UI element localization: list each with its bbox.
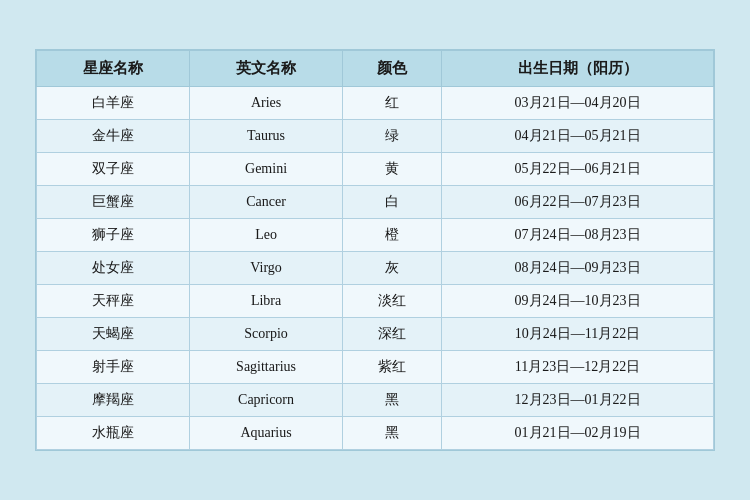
table-row: 天秤座Libra淡红09月24日—10月23日	[37, 285, 714, 318]
cell-chinese: 处女座	[37, 252, 190, 285]
cell-english: Taurus	[190, 120, 343, 153]
cell-english: Scorpio	[190, 318, 343, 351]
cell-chinese: 白羊座	[37, 87, 190, 120]
table-row: 射手座Sagittarius紫红11月23日—12月22日	[37, 351, 714, 384]
cell-color: 淡红	[343, 285, 442, 318]
cell-english: Virgo	[190, 252, 343, 285]
zodiac-table-container: 星座名称 英文名称 颜色 出生日期（阳历） 白羊座Aries红03月21日—04…	[35, 49, 715, 451]
cell-dates: 11月23日—12月22日	[442, 351, 714, 384]
cell-english: Sagittarius	[190, 351, 343, 384]
cell-chinese: 金牛座	[37, 120, 190, 153]
table-row: 金牛座Taurus绿04月21日—05月21日	[37, 120, 714, 153]
table-row: 天蝎座Scorpio深红10月24日—11月22日	[37, 318, 714, 351]
cell-english: Libra	[190, 285, 343, 318]
cell-english: Leo	[190, 219, 343, 252]
cell-dates: 10月24日—11月22日	[442, 318, 714, 351]
cell-english: Aries	[190, 87, 343, 120]
col-header-color: 颜色	[343, 51, 442, 87]
cell-english: Gemini	[190, 153, 343, 186]
table-row: 摩羯座Capricorn黑12月23日—01月22日	[37, 384, 714, 417]
cell-chinese: 双子座	[37, 153, 190, 186]
table-row: 白羊座Aries红03月21日—04月20日	[37, 87, 714, 120]
table-row: 狮子座Leo橙07月24日—08月23日	[37, 219, 714, 252]
cell-chinese: 射手座	[37, 351, 190, 384]
table-row: 处女座Virgo灰08月24日—09月23日	[37, 252, 714, 285]
cell-dates: 01月21日—02月19日	[442, 417, 714, 450]
table-row: 巨蟹座Cancer白06月22日—07月23日	[37, 186, 714, 219]
cell-chinese: 摩羯座	[37, 384, 190, 417]
cell-dates: 12月23日—01月22日	[442, 384, 714, 417]
cell-dates: 03月21日—04月20日	[442, 87, 714, 120]
col-header-dates: 出生日期（阳历）	[442, 51, 714, 87]
cell-english: Capricorn	[190, 384, 343, 417]
cell-color: 深红	[343, 318, 442, 351]
cell-color: 红	[343, 87, 442, 120]
cell-dates: 04月21日—05月21日	[442, 120, 714, 153]
cell-dates: 08月24日—09月23日	[442, 252, 714, 285]
cell-color: 黑	[343, 417, 442, 450]
col-header-chinese: 星座名称	[37, 51, 190, 87]
cell-english: Cancer	[190, 186, 343, 219]
cell-dates: 09月24日—10月23日	[442, 285, 714, 318]
table-header-row: 星座名称 英文名称 颜色 出生日期（阳历）	[37, 51, 714, 87]
cell-color: 灰	[343, 252, 442, 285]
cell-chinese: 水瓶座	[37, 417, 190, 450]
cell-color: 紫红	[343, 351, 442, 384]
cell-dates: 07月24日—08月23日	[442, 219, 714, 252]
cell-chinese: 狮子座	[37, 219, 190, 252]
cell-english: Aquarius	[190, 417, 343, 450]
cell-chinese: 巨蟹座	[37, 186, 190, 219]
cell-color: 黑	[343, 384, 442, 417]
zodiac-table: 星座名称 英文名称 颜色 出生日期（阳历） 白羊座Aries红03月21日—04…	[36, 50, 714, 450]
cell-color: 白	[343, 186, 442, 219]
cell-color: 黄	[343, 153, 442, 186]
cell-chinese: 天蝎座	[37, 318, 190, 351]
cell-color: 绿	[343, 120, 442, 153]
cell-color: 橙	[343, 219, 442, 252]
col-header-english: 英文名称	[190, 51, 343, 87]
table-row: 双子座Gemini黄05月22日—06月21日	[37, 153, 714, 186]
cell-dates: 06月22日—07月23日	[442, 186, 714, 219]
table-body: 白羊座Aries红03月21日—04月20日金牛座Taurus绿04月21日—0…	[37, 87, 714, 450]
table-row: 水瓶座Aquarius黑01月21日—02月19日	[37, 417, 714, 450]
cell-chinese: 天秤座	[37, 285, 190, 318]
cell-dates: 05月22日—06月21日	[442, 153, 714, 186]
